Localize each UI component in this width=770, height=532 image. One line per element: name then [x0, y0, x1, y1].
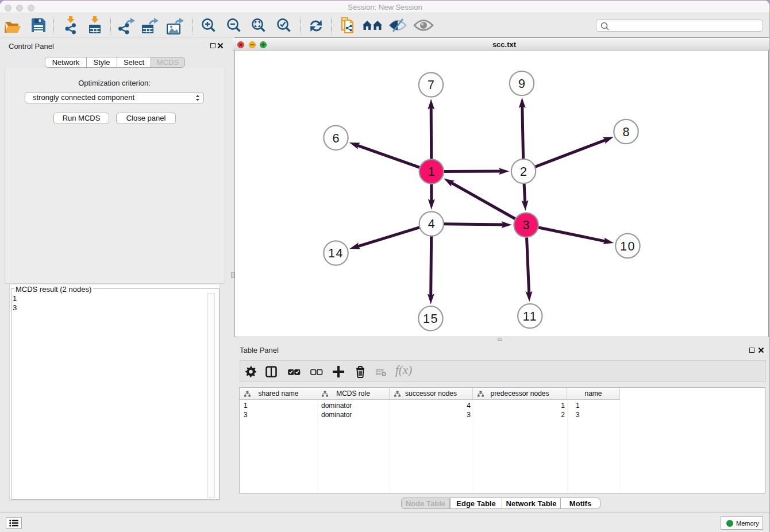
- svg-text:8: 8: [623, 125, 630, 139]
- svg-text:11: 11: [523, 310, 537, 323]
- svg-text:14: 14: [328, 246, 344, 260]
- svg-text:7: 7: [428, 78, 434, 92]
- svg-text:10: 10: [620, 240, 636, 253]
- svg-text:1: 1: [428, 165, 435, 179]
- svg-text:9: 9: [518, 77, 525, 91]
- svg-text:15: 15: [423, 312, 438, 326]
- svg-text:3: 3: [523, 218, 530, 232]
- svg-text:6: 6: [333, 132, 340, 145]
- svg-text:2: 2: [520, 165, 527, 179]
- svg-text:4: 4: [428, 217, 435, 231]
